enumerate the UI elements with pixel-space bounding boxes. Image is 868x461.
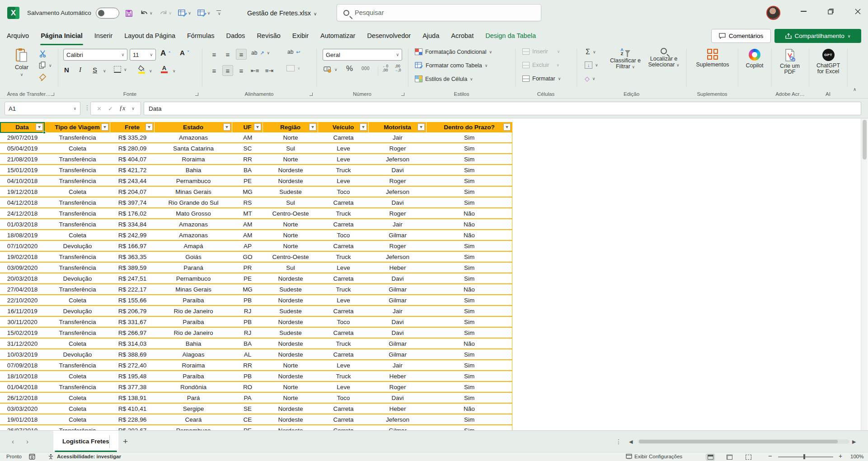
cell[interactable]: Nordeste — [263, 371, 318, 382]
cell[interactable]: Truck — [318, 284, 369, 295]
page-layout-view-button[interactable] — [725, 454, 734, 461]
vertical-scrollbar-thumb[interactable] — [863, 120, 867, 160]
filter-button[interactable] — [223, 123, 230, 131]
cell[interactable]: Goiás — [155, 252, 232, 263]
cell[interactable]: Nordeste — [263, 425, 318, 430]
cut-button[interactable] — [39, 50, 47, 57]
cell[interactable]: Paraíba — [155, 295, 232, 306]
cell[interactable]: Centro-Oeste — [263, 252, 318, 263]
scroll-left-button[interactable]: ◀ — [629, 431, 633, 452]
cell[interactable]: Sim — [427, 154, 512, 165]
column-header-dentro-do-prazo[interactable]: Dentro do Prazo? — [427, 122, 512, 132]
cell[interactable]: Gilmar — [369, 349, 427, 360]
sheet-tab-logistica-fretes[interactable]: Logistica Fretes — [53, 431, 118, 452]
number-format-combobox[interactable]: Geral∨ — [323, 49, 402, 61]
cell[interactable]: Roger — [369, 176, 427, 187]
copy-button[interactable]: ∨ — [39, 61, 52, 69]
cell[interactable]: Carreta — [318, 414, 369, 425]
cell[interactable]: Sim — [427, 317, 512, 328]
cell[interactable]: Não — [427, 208, 512, 219]
align-center-button[interactable]: ≡ — [222, 65, 233, 76]
cell[interactable]: R$ 331,67 — [110, 317, 155, 328]
italic-button[interactable]: I — [79, 66, 81, 74]
cell[interactable]: Heber — [369, 263, 427, 273]
sheet-grid[interactable]: DataTipo de ViagemFreteEstadoUFRegiãoVeí… — [0, 118, 868, 430]
cell[interactable]: R$ 388,69 — [110, 349, 155, 360]
save-button[interactable] — [125, 9, 133, 18]
column-header-data[interactable]: Data — [0, 122, 45, 132]
cell[interactable]: Roger — [369, 241, 427, 252]
tab-design-da-tabela[interactable]: Design da Tabela — [479, 26, 542, 45]
cell[interactable]: Transferência — [45, 382, 110, 393]
cell[interactable]: Nordeste — [263, 273, 318, 284]
cell[interactable]: RJ — [232, 328, 263, 339]
cell[interactable]: R$ 389,59 — [110, 263, 155, 273]
table-style-dropdown-icon[interactable]: ∨ — [188, 11, 191, 15]
font-size-dropdown-icon[interactable]: ∨ — [150, 52, 153, 57]
cell[interactable]: R$ 272,40 — [110, 360, 155, 371]
cell[interactable]: Truck — [318, 339, 369, 349]
cell[interactable]: Leve — [318, 360, 369, 371]
cell[interactable]: 26/07/2019 — [0, 425, 45, 430]
cell[interactable]: Jair — [369, 132, 427, 143]
zoom-slider-thumb[interactable] — [803, 454, 805, 459]
sort-filter-button[interactable]: AZ Classificar e Filtrar ∨ — [608, 48, 643, 70]
cell[interactable]: Carreta — [318, 306, 369, 317]
cell[interactable]: Transferência — [45, 284, 110, 295]
cell[interactable]: RR — [232, 154, 263, 165]
cell[interactable]: Jair — [369, 219, 427, 230]
accounting-dropdown-icon[interactable]: ∨ — [334, 67, 338, 72]
share-dropdown-icon[interactable]: ∨ — [848, 34, 851, 38]
cell[interactable]: Toco — [318, 187, 369, 198]
conditional-formatting-button[interactable]: Formatação Condicional ∨ — [415, 48, 492, 55]
cell[interactable]: R$ 242,99 — [110, 230, 155, 241]
cell[interactable]: Transferência — [45, 317, 110, 328]
filter-button[interactable] — [36, 123, 43, 131]
cell[interactable]: Transferência — [45, 154, 110, 165]
cell[interactable]: Carreta — [318, 198, 369, 208]
cell[interactable]: Coleta — [45, 187, 110, 198]
cell[interactable]: 29/07/2019 — [0, 132, 45, 143]
cell[interactable]: Nordeste — [263, 404, 318, 414]
cell[interactable]: Toco — [318, 317, 369, 328]
cell[interactable]: Pará — [155, 393, 232, 404]
normal-view-button[interactable] — [706, 454, 715, 461]
cell[interactable]: GO — [232, 252, 263, 263]
cell[interactable]: 21/08/2019 — [0, 154, 45, 165]
cell[interactable]: Sim — [427, 143, 512, 154]
cell[interactable]: R$ 206,79 — [110, 306, 155, 317]
cell[interactable]: RO — [232, 382, 263, 393]
cell[interactable]: Norte — [263, 154, 318, 165]
display-settings-button[interactable]: Exibir Configurações — [634, 452, 682, 461]
cell[interactable]: 01/03/2018 — [0, 219, 45, 230]
cell[interactable]: Não — [427, 284, 512, 295]
excel-logo-icon[interactable]: X — [7, 7, 19, 19]
cell[interactable]: PE — [232, 273, 263, 284]
cell[interactable]: R$ 397,74 — [110, 198, 155, 208]
cell[interactable]: Davi — [369, 273, 427, 284]
cell[interactable]: Sim — [427, 187, 512, 198]
cell[interactable]: Transferência — [45, 198, 110, 208]
cell[interactable]: Devolução — [45, 241, 110, 252]
cell[interactable]: Transferência — [45, 263, 110, 273]
cell[interactable]: Rio de Janeiro — [155, 306, 232, 317]
avatar[interactable] — [766, 6, 780, 20]
search-input[interactable]: Pesquisar — [337, 4, 541, 21]
decrease-font-button[interactable]: Aˇ — [180, 49, 189, 56]
cell[interactable]: Transferência — [45, 176, 110, 187]
filter-button[interactable] — [101, 123, 108, 131]
cell[interactable]: Rondônia — [155, 382, 232, 393]
paste-button[interactable]: Colar ∨ — [9, 48, 34, 77]
cell[interactable]: Carreta — [318, 349, 369, 360]
cell[interactable]: Transferência — [45, 252, 110, 263]
cell[interactable]: BA — [232, 339, 263, 349]
fill-color-dropdown-icon[interactable]: ∨ — [149, 69, 152, 73]
orientation-button[interactable]: ab↗ ∨ — [251, 50, 270, 56]
cell[interactable]: Leve — [318, 295, 369, 306]
cell[interactable]: Pernambuco — [155, 273, 232, 284]
tab-exibir[interactable]: Exibir — [286, 26, 314, 45]
decrease-indent-button[interactable]: ⇤≡ — [249, 65, 260, 76]
cell[interactable]: R$ 363,35 — [110, 252, 155, 263]
tab-desenvolvedor[interactable]: Desenvolvedor — [361, 26, 417, 45]
cell[interactable]: Sim — [427, 328, 512, 339]
